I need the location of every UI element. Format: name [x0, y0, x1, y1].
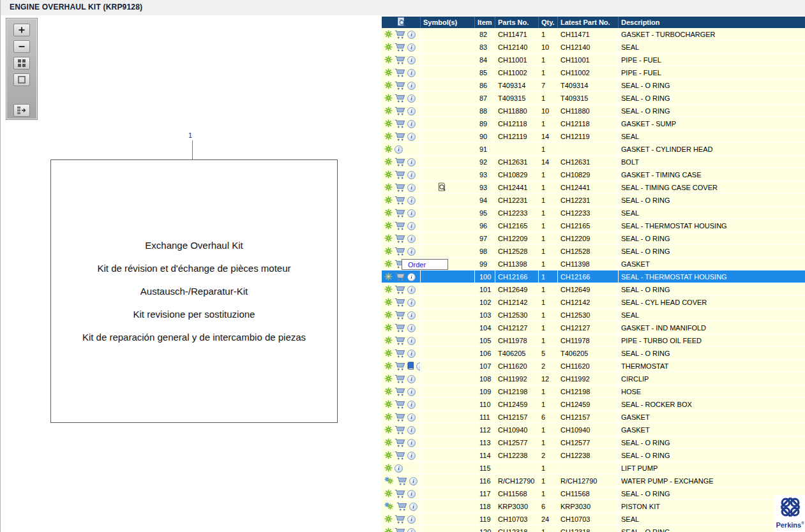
gear-icon[interactable]	[384, 221, 393, 230]
info-icon[interactable]: i	[407, 94, 416, 103]
table-row[interactable]: i 93CH124411CH12441SEAL - TIMING CASE CO…	[382, 181, 805, 194]
gear-icon[interactable]	[384, 158, 393, 166]
gear-icon[interactable]	[384, 464, 393, 472]
order-cart-icon[interactable]	[395, 425, 405, 434]
order-cart-icon[interactable]	[395, 438, 405, 447]
table-row[interactable]: i96CH121651CH12165SEAL - THERMOSTAT HOUS…	[382, 219, 805, 232]
table-row[interactable]: i98CH125281CH12528SEAL - O RING	[382, 245, 805, 258]
info-icon[interactable]: i	[407, 55, 416, 64]
table-row[interactable]: i116R/CH127901R/CH12790WATER PUMP - EXCH…	[382, 475, 805, 487]
gear-icon[interactable]	[384, 425, 393, 434]
table-row[interactable]: i112CH109401CH10940GASKET	[382, 424, 805, 436]
order-cart-icon[interactable]	[395, 221, 405, 230]
zoom-out-button[interactable]	[13, 40, 30, 53]
gear-icon[interactable]	[384, 170, 393, 179]
order-cart-icon[interactable]	[395, 400, 405, 409]
info-icon[interactable]: i	[407, 425, 416, 434]
table-row[interactable]: i111CH121576CH12157GASKET	[382, 411, 805, 424]
table-row[interactable]: i108CH1199212CH11992CIRCLIP	[382, 373, 805, 385]
collapse-panel-button[interactable]	[13, 104, 30, 117]
table-row[interactable]: i102CH121421CH12142SEAL - CYL HEAD COVER	[382, 296, 805, 309]
order-cart-icon[interactable]	[395, 515, 405, 524]
order-cart-icon[interactable]	[395, 158, 405, 166]
info-icon[interactable]: i	[407, 515, 416, 524]
table-row[interactable]: i94CH122311CH12231SEAL - O RING	[382, 194, 805, 207]
order-cart-icon[interactable]	[395, 323, 405, 332]
gear-icon[interactable]	[384, 336, 393, 344]
table-row[interactable]: i97CH122091CH12209SEAL - O RING	[382, 232, 805, 245]
gear-icon[interactable]	[384, 55, 393, 64]
table-row[interactable]: i114CH122382CH12238SEAL - O RING	[382, 449, 805, 462]
kit-gear-icon[interactable]	[384, 477, 395, 485]
kit-gear-icon[interactable]	[384, 502, 395, 511]
info-icon[interactable]: i	[407, 119, 416, 128]
order-cart-icon[interactable]	[395, 311, 405, 320]
table-row[interactable]: i100CH121661CH12166SEAL - THERMOSTAT HOU…	[382, 270, 805, 283]
gear-icon[interactable]	[384, 387, 393, 395]
order-cart-icon[interactable]	[395, 362, 405, 371]
info-icon[interactable]: i	[407, 221, 416, 230]
gear-icon[interactable]	[384, 81, 393, 89]
table-row[interactable]: i103CH125301CH12530SEAL	[382, 309, 805, 321]
info-icon[interactable]: i	[407, 170, 416, 179]
table-row[interactable]: i90CH1211914CH12119SEAL	[382, 130, 805, 143]
gear-icon[interactable]	[384, 145, 393, 153]
order-cart-icon[interactable]	[395, 119, 405, 128]
table-row[interactable]: i101CH126491CH12649SEAL - O RING	[382, 283, 805, 296]
gear-icon[interactable]	[384, 323, 393, 332]
table-row[interactable]: i82CH114711CH11471GASKET - TURBOCHARGER	[382, 28, 805, 41]
info-icon[interactable]: i	[407, 413, 416, 422]
info-icon[interactable]: i	[395, 464, 403, 473]
order-cart-icon[interactable]	[395, 234, 405, 243]
info-icon[interactable]: i	[407, 400, 416, 409]
table-row[interactable]: i109CH121981CH12198HOSE	[382, 385, 805, 398]
info-icon[interactable]: i	[409, 502, 418, 511]
order-cart-icon[interactable]	[395, 285, 405, 294]
order-cart-icon[interactable]	[395, 387, 405, 396]
order-cart-icon[interactable]	[395, 196, 405, 205]
order-cart-icon[interactable]	[395, 528, 405, 532]
table-row[interactable]: i93CH108291CH10829GASKET - TIMING CASE	[382, 168, 805, 181]
info-icon[interactable]: i	[407, 336, 416, 345]
info-icon[interactable]: i	[407, 234, 416, 243]
gear-icon[interactable]	[384, 247, 393, 255]
order-cart-icon[interactable]	[395, 349, 405, 358]
info-icon[interactable]: i	[407, 285, 416, 294]
info-icon[interactable]: i	[407, 209, 416, 218]
gear-icon[interactable]	[384, 94, 393, 102]
info-icon[interactable]: i	[416, 362, 421, 371]
order-cart-icon[interactable]	[395, 107, 405, 115]
gear-icon[interactable]	[384, 119, 393, 128]
order-cart-icon[interactable]	[396, 477, 407, 485]
info-icon[interactable]: i	[407, 247, 416, 256]
info-icon[interactable]: i	[407, 43, 416, 52]
info-icon[interactable]: i	[407, 323, 416, 332]
order-cart-icon[interactable]	[395, 55, 405, 64]
info-icon[interactable]: i	[407, 489, 416, 498]
info-icon[interactable]: i	[407, 438, 416, 447]
gear-icon[interactable]	[384, 489, 393, 498]
gear-icon[interactable]	[384, 413, 393, 421]
gear-icon[interactable]	[384, 400, 393, 408]
order-cart-icon[interactable]	[395, 170, 405, 179]
order-cart-icon[interactable]	[395, 209, 405, 218]
table-row[interactable]: i113CH125771CH12577SEAL - O RING	[382, 436, 805, 449]
gear-icon[interactable]	[384, 438, 393, 447]
gear-icon[interactable]	[384, 183, 393, 191]
order-cart-icon[interactable]	[395, 43, 405, 52]
table-row[interactable]: i84CH110011CH11001PIPE - FUEL	[382, 54, 805, 66]
gear-icon[interactable]	[384, 285, 393, 293]
gear-icon[interactable]	[384, 311, 393, 319]
table-row[interactable]: i87T4093151T409315SEAL - O RING	[382, 92, 805, 105]
table-row[interactable]: i89CH121181CH12118GASKET - SUMP	[382, 117, 805, 130]
table-row[interactable]: i92CH1263114CH12631BOLT	[382, 156, 805, 168]
order-cart-icon[interactable]	[395, 68, 405, 77]
gear-icon[interactable]	[384, 528, 393, 532]
table-row[interactable]: i119CH1070324CH10703SEAL	[382, 513, 805, 526]
table-row[interactable]: i106T4062055T406205SEAL - O RING	[382, 347, 805, 360]
info-icon[interactable]: i	[407, 349, 416, 358]
table-row[interactable]: i83CH1214010CH12140SEAL	[382, 41, 805, 54]
info-icon[interactable]: i	[407, 132, 416, 141]
gear-icon[interactable]	[384, 132, 393, 140]
table-row[interactable]: i85CH110021CH11002PIPE - FUEL	[382, 66, 805, 79]
